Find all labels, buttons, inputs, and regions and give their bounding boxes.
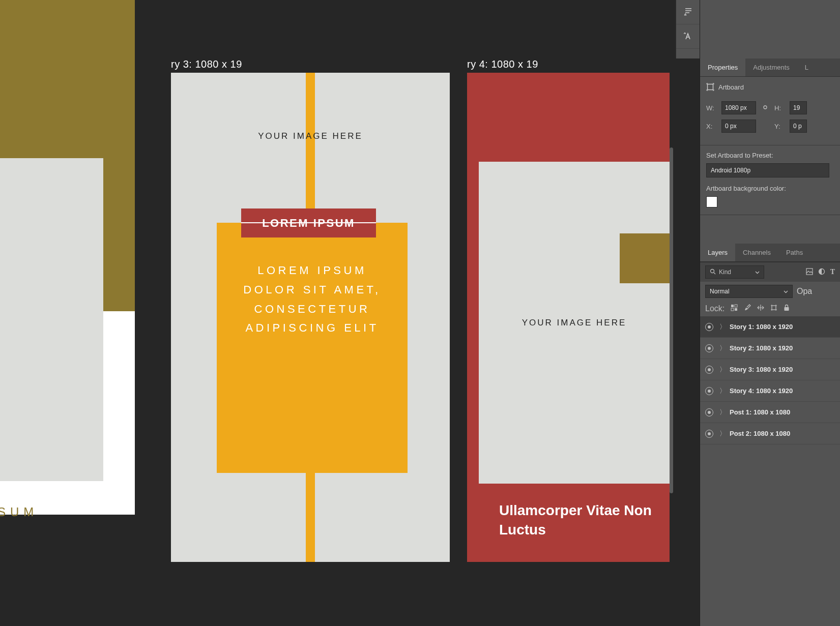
layer-item[interactable]: 〉Story 3: 1080 x 1920 <box>700 359 840 380</box>
bottom-text-fragment: SUM <box>0 505 38 519</box>
artboard-4-title: Ullamcorper Vitae Non Luctus <box>499 501 670 540</box>
gold-text-box: LOREM IPSUM DOLOR SIT AMET, CONSECTETUR … <box>217 223 408 473</box>
filter-pixel-icon[interactable] <box>806 268 813 277</box>
gold-accent-square <box>620 233 670 283</box>
opacity-label: Opa <box>797 287 812 296</box>
svg-rect-8 <box>772 306 776 310</box>
blend-mode-value: Normal <box>710 288 730 295</box>
placeholder-label-3: YOUR IMAGE HERE <box>171 131 450 141</box>
layer-item[interactable]: 〉Story 1: 1080 x 1920 <box>700 316 840 338</box>
preset-dropdown[interactable]: Android 1080p <box>706 163 829 177</box>
height-input[interactable] <box>790 101 807 114</box>
filter-type-icon[interactable]: T <box>830 268 835 277</box>
artboard-3-label[interactable]: ry 3: 1080 x 19 <box>171 58 242 70</box>
character-panel-icon[interactable] <box>676 24 700 49</box>
width-label: W: <box>706 104 717 112</box>
properties-tabs: Properties Adjustments L <box>700 58 840 77</box>
collapsed-panel-strip <box>676 0 700 58</box>
right-panels: Properties Adjustments L Artboard W: H: <box>700 0 840 626</box>
search-icon <box>710 269 716 276</box>
kind-label: Kind <box>719 269 731 276</box>
svg-rect-7 <box>731 308 734 311</box>
svg-rect-5 <box>735 308 737 311</box>
tab-paths[interactable]: Paths <box>778 244 810 261</box>
lock-artboard-icon[interactable] <box>770 304 777 313</box>
tab-channels[interactable]: Channels <box>735 244 778 261</box>
chevron-down-icon <box>755 269 760 276</box>
artboard-icon <box>706 83 714 91</box>
width-input[interactable] <box>721 101 756 114</box>
link-dimensions-icon[interactable] <box>760 104 770 112</box>
visibility-toggle-icon[interactable] <box>705 366 713 374</box>
layer-name: Story 2: 1080 x 1920 <box>730 344 793 352</box>
layer-item[interactable]: 〉Story 2: 1080 x 1920 <box>700 338 840 359</box>
svg-rect-6 <box>735 305 737 307</box>
layer-name: Story 4: 1080 x 1920 <box>730 387 793 395</box>
layer-item[interactable]: 〉Post 1: 1080 x 1080 <box>700 402 840 423</box>
canvas-area[interactable]: nsecte IMAGE HERE SUM ry 3: 1080 x 19 YO… <box>0 0 679 626</box>
svg-rect-0 <box>708 84 713 90</box>
preset-label: Set Artboard to Preset: <box>706 152 836 159</box>
blend-mode-dropdown[interactable]: Normal <box>705 285 793 298</box>
visibility-toggle-icon[interactable] <box>705 344 713 352</box>
visibility-toggle-icon[interactable] <box>705 430 713 438</box>
expand-chevron-icon[interactable]: 〉 <box>719 365 723 374</box>
lock-transparency-icon[interactable] <box>731 304 738 313</box>
tab-properties[interactable]: Properties <box>700 58 745 76</box>
image-placeholder-left <box>0 158 103 481</box>
expand-chevron-icon[interactable]: 〉 <box>719 408 723 417</box>
layer-list: 〉Story 1: 1080 x 1920〉Story 2: 1080 x 19… <box>700 316 840 444</box>
placeholder-label-4: YOUR IMAGE HERE <box>479 318 670 328</box>
layer-name: Story 1: 1080 x 1920 <box>730 323 793 331</box>
tab-libraries[interactable]: L <box>797 58 816 76</box>
svg-rect-4 <box>731 305 734 307</box>
placeholder-label-left: IMAGE HERE <box>0 305 103 315</box>
paragraph-styles-icon[interactable] <box>676 0 700 24</box>
bg-color-label: Artboard background color: <box>706 185 836 192</box>
banner-strike-line <box>241 222 376 223</box>
layer-name: Story 3: 1080 x 1920 <box>730 366 793 373</box>
layer-name: Post 2: 1080 x 1080 <box>730 430 790 437</box>
expand-chevron-icon[interactable]: 〉 <box>719 386 723 396</box>
y-input[interactable] <box>790 120 807 133</box>
artboard-type-label: Artboard <box>718 83 744 91</box>
filter-adjustment-icon[interactable] <box>818 268 825 277</box>
x-input[interactable] <box>721 120 756 133</box>
lock-label: Lock: <box>705 304 725 313</box>
lock-all-icon[interactable] <box>784 304 790 313</box>
layer-item[interactable]: 〉Post 2: 1080 x 1080 <box>700 423 840 444</box>
expand-chevron-icon[interactable]: 〉 <box>719 322 723 332</box>
visibility-toggle-icon[interactable] <box>705 387 713 395</box>
visibility-toggle-icon[interactable] <box>705 323 713 331</box>
visibility-toggle-icon[interactable] <box>705 408 713 416</box>
expand-chevron-icon[interactable]: 〉 <box>719 429 723 438</box>
layers-tabs: Layers Channels Paths <box>700 244 840 262</box>
blend-mode-row: Normal Opa <box>700 282 840 301</box>
expand-chevron-icon[interactable]: 〉 <box>719 344 723 353</box>
artboard-4-label[interactable]: ry 4: 1080 x 19 <box>467 58 538 70</box>
layer-kind-filter[interactable]: Kind <box>705 265 764 279</box>
preset-section: Set Artboard to Preset: Android 1080p Ar… <box>700 145 840 215</box>
artboard-4[interactable]: YOUR IMAGE HERE Ullamcorper Vitae Non Lu… <box>467 73 670 562</box>
properties-section: Artboard W: H: X: Y: <box>700 77 840 145</box>
lock-position-icon[interactable] <box>757 304 764 313</box>
lock-brush-icon[interactable] <box>744 304 751 313</box>
height-label: H: <box>774 104 786 112</box>
canvas-scrollbar[interactable] <box>670 147 673 493</box>
layer-name: Post 1: 1080 x 1080 <box>730 408 790 416</box>
svg-point-1 <box>711 269 714 273</box>
tab-layers[interactable]: Layers <box>700 244 735 261</box>
bg-color-swatch[interactable] <box>706 196 717 207</box>
artboard-left-partial[interactable]: nsecte IMAGE HERE SUM <box>0 0 135 515</box>
y-label: Y: <box>774 123 786 130</box>
chevron-down-icon <box>784 285 788 297</box>
layers-filter-row: Kind T <box>700 262 840 282</box>
artboard-3[interactable]: YOUR IMAGE HERE LOREM IPSUM DOLOR SIT AM… <box>171 73 450 562</box>
lock-row: Lock: <box>700 301 840 316</box>
svg-rect-2 <box>806 269 813 275</box>
layer-item[interactable]: 〉Story 4: 1080 x 1920 <box>700 380 840 402</box>
tab-adjustments[interactable]: Adjustments <box>745 58 797 76</box>
svg-rect-9 <box>785 307 789 311</box>
x-label: X: <box>706 123 717 130</box>
